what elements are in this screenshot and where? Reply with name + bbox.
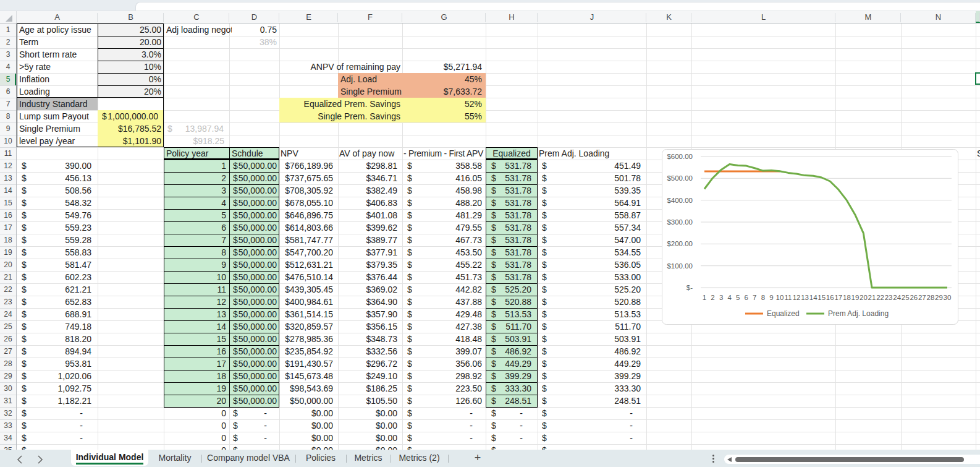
svg-text:28: 28 bbox=[927, 294, 935, 301]
svg-text:21: 21 bbox=[868, 294, 876, 301]
svg-text:11: 11 bbox=[785, 294, 792, 301]
svg-text:$600.00: $600.00 bbox=[667, 153, 693, 160]
svg-text:18: 18 bbox=[843, 294, 851, 301]
svg-text:$200.00: $200.00 bbox=[667, 240, 693, 247]
svg-text:4: 4 bbox=[727, 294, 732, 301]
svg-text:3: 3 bbox=[719, 294, 723, 301]
svg-text:27: 27 bbox=[918, 294, 926, 301]
svg-text:26: 26 bbox=[910, 294, 918, 301]
svg-text:14: 14 bbox=[809, 294, 817, 301]
svg-text:30: 30 bbox=[944, 294, 952, 301]
svg-text:5: 5 bbox=[736, 294, 740, 301]
svg-text:9: 9 bbox=[769, 294, 773, 301]
svg-text:12: 12 bbox=[793, 294, 801, 301]
svg-text:13: 13 bbox=[801, 294, 809, 301]
svg-text:24: 24 bbox=[893, 294, 901, 301]
svg-text:6: 6 bbox=[745, 294, 748, 301]
svg-text:8: 8 bbox=[761, 294, 765, 301]
svg-text:10: 10 bbox=[776, 294, 784, 301]
svg-text:22: 22 bbox=[876, 294, 884, 301]
svg-text:Prem Adj. Loading: Prem Adj. Loading bbox=[828, 309, 889, 318]
svg-text:7: 7 bbox=[753, 294, 756, 301]
svg-text:$-: $- bbox=[686, 284, 693, 291]
svg-text:23: 23 bbox=[885, 294, 893, 301]
svg-text:$100.00: $100.00 bbox=[667, 262, 693, 270]
svg-text:16: 16 bbox=[826, 294, 834, 301]
svg-text:17: 17 bbox=[834, 294, 842, 301]
svg-text:2: 2 bbox=[711, 294, 714, 301]
svg-text:1: 1 bbox=[703, 294, 706, 301]
svg-text:25: 25 bbox=[902, 294, 910, 301]
svg-text:Equalized: Equalized bbox=[767, 309, 800, 318]
svg-text:$400.00: $400.00 bbox=[667, 197, 693, 204]
svg-text:15: 15 bbox=[817, 294, 826, 301]
svg-text:$300.00: $300.00 bbox=[667, 218, 693, 226]
svg-text:20: 20 bbox=[860, 294, 868, 301]
svg-text:$500.00: $500.00 bbox=[667, 174, 693, 182]
svg-text:29: 29 bbox=[935, 294, 943, 301]
svg-text:19: 19 bbox=[851, 294, 860, 301]
